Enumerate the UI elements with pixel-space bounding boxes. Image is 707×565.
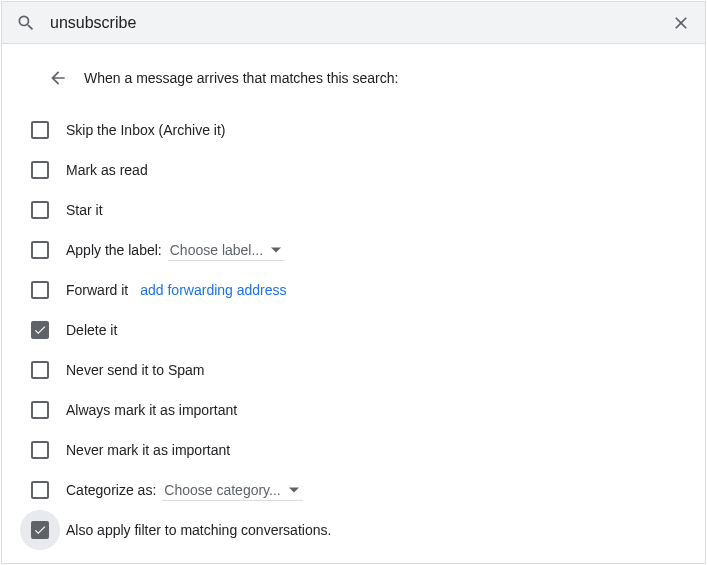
option-mark-read: Mark as read [20, 150, 687, 190]
filter-body: When a message arrives that matches this… [2, 44, 705, 565]
dropdown-categorize-text: Choose category... [164, 482, 280, 498]
checkbox-star[interactable] [20, 190, 60, 230]
filter-dialog: When a message arrives that matches this… [1, 1, 706, 564]
label-categorize: Categorize as: [66, 482, 156, 498]
label-also-apply: Also apply filter to matching conversati… [66, 522, 331, 538]
label-star: Star it [66, 202, 103, 218]
checkbox-mark-read[interactable] [20, 150, 60, 190]
caret-down-icon [271, 245, 281, 255]
label-forward: Forward it [66, 282, 128, 298]
link-forwarding-address[interactable]: add forwarding address [140, 282, 286, 298]
option-delete: Delete it [20, 310, 687, 350]
checkbox-categorize[interactable] [20, 470, 60, 510]
option-categorize: Categorize as: Choose category... [20, 470, 687, 510]
checkmark-icon [33, 523, 47, 537]
checkbox-never-important[interactable] [20, 430, 60, 470]
label-never-important: Never mark it as important [66, 442, 230, 458]
checkmark-icon [33, 323, 47, 337]
footer-row: Learn more Create filter [20, 550, 687, 565]
label-apply-label: Apply the label: [66, 242, 162, 258]
search-input[interactable] [36, 14, 671, 32]
option-skip-inbox: Skip the Inbox (Archive it) [20, 110, 687, 150]
option-never-spam: Never send it to Spam [20, 350, 687, 390]
checkbox-never-spam[interactable] [20, 350, 60, 390]
back-arrow-icon[interactable] [48, 68, 68, 88]
caret-down-icon [289, 485, 299, 495]
search-icon [16, 13, 36, 33]
checkbox-skip-inbox[interactable] [20, 110, 60, 150]
header-text: When a message arrives that matches this… [84, 70, 398, 86]
label-always-important: Always mark it as important [66, 402, 237, 418]
option-star: Star it [20, 190, 687, 230]
option-forward: Forward it add forwarding address [20, 270, 687, 310]
label-mark-read: Mark as read [66, 162, 148, 178]
dropdown-categorize[interactable]: Choose category... [162, 480, 302, 501]
dropdown-apply-label[interactable]: Choose label... [168, 240, 285, 261]
checkbox-apply-label[interactable] [20, 230, 60, 270]
label-skip-inbox: Skip the Inbox (Archive it) [66, 122, 226, 138]
close-icon[interactable] [671, 13, 691, 33]
checkbox-forward[interactable] [20, 270, 60, 310]
label-never-spam: Never send it to Spam [66, 362, 205, 378]
option-never-important: Never mark it as important [20, 430, 687, 470]
label-delete: Delete it [66, 322, 117, 338]
option-apply-label: Apply the label: Choose label... [20, 230, 687, 270]
header-row: When a message arrives that matches this… [20, 62, 687, 110]
checkbox-delete[interactable] [20, 310, 60, 350]
option-always-important: Always mark it as important [20, 390, 687, 430]
dropdown-apply-label-text: Choose label... [170, 242, 263, 258]
checkbox-also-apply[interactable] [20, 510, 60, 550]
checkbox-always-important[interactable] [20, 390, 60, 430]
option-also-apply: Also apply filter to matching conversati… [20, 510, 687, 550]
search-bar [2, 2, 705, 44]
